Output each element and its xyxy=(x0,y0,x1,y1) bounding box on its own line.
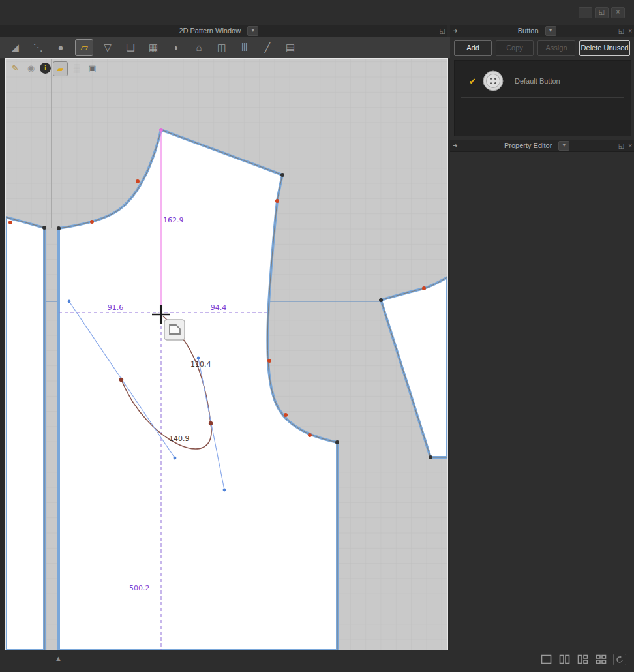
measure-label-left-offset: 91.6 xyxy=(108,303,124,312)
copy-button[interactable]: Copy xyxy=(496,40,534,56)
button-list: ✔ Default Button xyxy=(454,60,631,136)
button-panel-float-icon[interactable]: ◱ xyxy=(618,27,624,35)
mixed-pane-view-icon[interactable] xyxy=(577,654,590,665)
list-divider xyxy=(461,97,624,98)
list-item-default-button[interactable]: ✔ Default Button xyxy=(455,66,631,96)
ellipse-tool[interactable]: ● xyxy=(52,40,69,55)
canvas-toolbar: ✎ ◉ i ▰ ▒ ▣ xyxy=(8,61,99,76)
pleats-tool[interactable]: Ⅲ xyxy=(236,40,253,55)
add-button[interactable]: Add xyxy=(454,40,492,56)
edit-pattern-tool[interactable]: ⋱ xyxy=(29,40,46,55)
pattern-window-title: 2D Pattern Window xyxy=(179,27,241,35)
pattern-window-float-icon[interactable]: ◱ xyxy=(440,27,445,35)
garment-tool[interactable]: ▤ xyxy=(282,40,299,55)
pattern-piece-left[interactable] xyxy=(6,217,44,650)
dock-arrow-icon[interactable]: ➜ xyxy=(453,27,458,34)
pattern-sync-tool[interactable]: ◉ xyxy=(24,61,38,75)
texture-tool[interactable]: ▒ xyxy=(70,61,83,75)
pattern-window-menu-dropdown[interactable]: ▾ xyxy=(247,26,258,36)
close-button[interactable]: × xyxy=(611,7,625,18)
measure-label-hem-distance: 500.2 xyxy=(129,584,150,592)
sew-segment-tool[interactable]: ⌂ xyxy=(190,40,207,55)
iron-tool[interactable]: ◗ xyxy=(168,40,185,55)
button-panel-menu-dropdown[interactable]: ▾ xyxy=(545,26,556,36)
measure-tool[interactable]: ✎ xyxy=(8,61,22,75)
polygon-tool-cursor-badge xyxy=(164,320,185,340)
property-editor-header: ➜ Property Editor ▾ ◱ × xyxy=(450,140,634,152)
polygon-tool[interactable]: ▱ xyxy=(75,39,93,56)
pattern-canvas[interactable]: 162.9 91.6 94.4 500.2 110.4 140.9 xyxy=(5,58,448,650)
expand-panel-icon[interactable]: ▲ xyxy=(55,654,62,662)
button-panel-close-icon[interactable]: × xyxy=(628,27,632,35)
property-editor-menu-dropdown[interactable]: ▾ xyxy=(558,141,569,151)
measure-label-right-offset: 94.4 xyxy=(211,303,227,312)
restore-button[interactable]: ◱ xyxy=(595,7,609,18)
transform-pattern-tool[interactable]: ◢ xyxy=(7,40,23,55)
button-panel-title: Button xyxy=(518,27,539,35)
button-thumbnail-icon xyxy=(482,70,504,92)
minimize-button[interactable]: − xyxy=(579,7,592,18)
quad-view-icon[interactable] xyxy=(595,654,608,665)
sync-view-icon[interactable] xyxy=(613,654,626,665)
tack-tool[interactable]: ╱ xyxy=(259,40,276,55)
title-bar: − ◱ × xyxy=(0,0,634,25)
measure-label-shoulder-drop: 162.9 xyxy=(163,216,184,224)
trace-tool[interactable]: ❏ xyxy=(122,40,139,55)
property-editor-close-icon[interactable]: × xyxy=(628,142,632,149)
dock-arrow-icon[interactable]: ➜ xyxy=(453,142,458,149)
property-editor-title: Property Editor xyxy=(504,142,552,149)
property-editor-float-icon[interactable]: ◱ xyxy=(618,142,624,149)
right-panel: ➜ Button ▾ ◱ × Add Copy Assign Delete Un… xyxy=(450,25,634,650)
delete-unused-button[interactable]: Delete Unused xyxy=(579,40,630,56)
button-panel-header: ➜ Button ▾ ◱ × xyxy=(450,25,634,37)
dart-tool[interactable]: ▽ xyxy=(99,40,116,55)
show-pattern-tool[interactable]: ▰ xyxy=(53,61,68,76)
two-pane-view-icon[interactable] xyxy=(558,654,571,665)
pattern-info-tool[interactable]: i xyxy=(40,63,51,74)
list-item-label: Default Button xyxy=(515,77,560,85)
sew-free-tool[interactable]: ◫ xyxy=(213,40,230,55)
check-icon: ✔ xyxy=(469,76,482,86)
bottom-bar: ▲ xyxy=(0,650,634,672)
pattern-window-header: 2D Pattern Window ▾ ◱ xyxy=(0,25,447,37)
measure-label-lower-curve: 140.9 xyxy=(169,435,190,443)
single-view-icon[interactable] xyxy=(540,654,553,665)
pattern-toolbar: ◢ ⋱ ● ▱ ▽ ❏ ▦ ◗ ⌂ ◫ Ⅲ ╱ ▤ xyxy=(0,37,454,59)
stamp-tool[interactable]: ▣ xyxy=(85,61,99,75)
assign-button[interactable]: Assign xyxy=(537,40,575,56)
grading-tool[interactable]: ▦ xyxy=(145,40,162,55)
measure-label-upper-curve: 110.4 xyxy=(190,360,211,369)
